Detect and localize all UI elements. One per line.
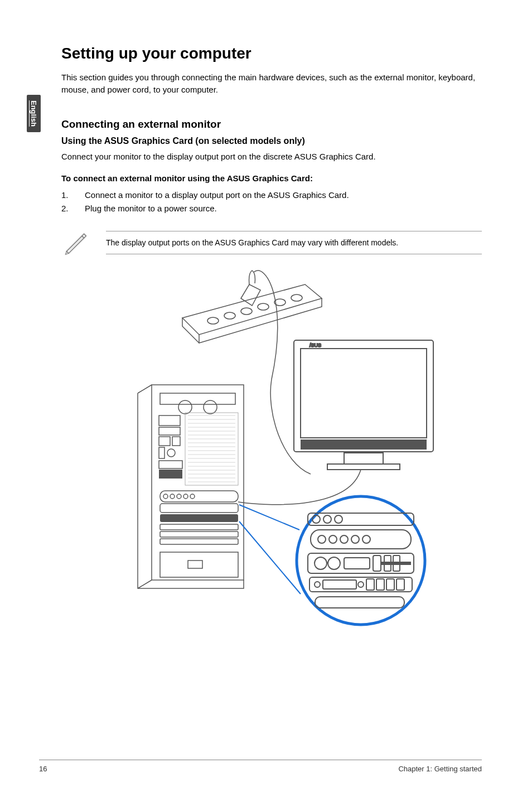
chapter-label: Chapter 1: Getting started xyxy=(398,765,482,773)
language-tab: English xyxy=(27,95,41,132)
svg-line-55 xyxy=(239,505,299,530)
svg-point-2 xyxy=(224,312,235,319)
svg-rect-52 xyxy=(160,539,238,544)
svg-rect-9 xyxy=(301,439,427,450)
step-number: 2. xyxy=(61,202,85,215)
svg-rect-21 xyxy=(159,461,182,468)
svg-rect-17 xyxy=(159,437,170,446)
svg-point-45 xyxy=(177,494,181,499)
svg-point-1 xyxy=(207,317,219,324)
body-paragraph: Connect your monitor to the display outp… xyxy=(61,151,482,163)
svg-rect-7 xyxy=(294,340,433,452)
svg-point-46 xyxy=(183,494,188,499)
svg-rect-19 xyxy=(159,447,165,458)
svg-rect-50 xyxy=(160,524,238,530)
svg-point-47 xyxy=(190,494,195,499)
svg-point-43 xyxy=(163,494,168,499)
svg-rect-42 xyxy=(160,491,238,502)
svg-line-0 xyxy=(70,237,83,250)
note-text: The display output ports on the ASUS Gra… xyxy=(106,231,482,254)
list-item: 2. Plug the monitor to a power source. xyxy=(61,202,482,215)
steps-heading: To connect an external monitor using the… xyxy=(61,173,482,183)
section-heading: Connecting an external monitor xyxy=(61,118,482,131)
svg-point-3 xyxy=(241,308,252,315)
svg-rect-54 xyxy=(188,561,202,568)
page-number: 16 xyxy=(39,765,47,773)
note-icon xyxy=(61,229,89,257)
svg-point-44 xyxy=(170,494,175,499)
svg-rect-49 xyxy=(160,514,238,522)
svg-line-56 xyxy=(239,521,301,594)
steps-list: 1. Connect a monitor to a display output… xyxy=(61,189,482,215)
svg-rect-53 xyxy=(160,552,238,577)
step-text: Plug the monitor to a power source. xyxy=(85,202,217,215)
svg-point-4 xyxy=(258,303,269,310)
svg-rect-51 xyxy=(160,532,238,537)
step-number: 1. xyxy=(61,189,85,202)
svg-rect-8 xyxy=(301,349,427,438)
svg-rect-22 xyxy=(159,470,182,479)
svg-point-6 xyxy=(291,294,302,301)
svg-rect-16 xyxy=(159,427,180,435)
svg-rect-15 xyxy=(159,416,180,426)
svg-rect-18 xyxy=(172,437,180,446)
connection-diagram: /SUS xyxy=(99,268,444,647)
svg-text:/SUS: /SUS xyxy=(309,342,321,348)
svg-rect-23 xyxy=(185,413,238,485)
svg-rect-11 xyxy=(327,464,400,470)
svg-point-13 xyxy=(178,400,192,414)
intro-paragraph: This section guides you through connecti… xyxy=(61,71,482,96)
list-item: 1. Connect a monitor to a display output… xyxy=(61,189,482,202)
page-footer: 16 Chapter 1: Getting started xyxy=(39,760,482,773)
svg-rect-48 xyxy=(160,504,238,513)
svg-point-20 xyxy=(167,449,175,457)
note-callout: The display output ports on the ASUS Gra… xyxy=(61,229,482,257)
page-title: Setting up your computer xyxy=(61,45,482,62)
svg-rect-10 xyxy=(344,453,383,464)
step-text: Connect a monitor to a display output po… xyxy=(85,189,349,202)
svg-point-14 xyxy=(204,400,217,414)
subsection-heading: Using the ASUS Graphics Card (on selecte… xyxy=(61,136,482,146)
